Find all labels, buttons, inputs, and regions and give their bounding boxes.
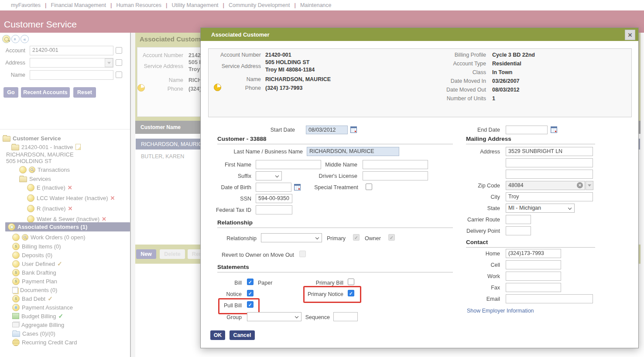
tree-documents[interactable]: Documents (0) bbox=[12, 286, 57, 294]
tree-budget-billing[interactable]: Budget Billing✓ bbox=[12, 312, 63, 320]
primary-notice-checkbox[interactable]: ✓ bbox=[348, 290, 354, 296]
address-line3-input[interactable] bbox=[506, 170, 593, 179]
tree-recurring-credit-card[interactable]: Recurring Credit Card bbox=[12, 338, 77, 346]
end-date-input[interactable] bbox=[506, 126, 548, 134]
state-select[interactable]: MI - Michigan bbox=[506, 204, 575, 213]
name-input[interactable] bbox=[30, 70, 113, 80]
history-icon[interactable] bbox=[214, 84, 221, 91]
recent-accounts-button[interactable]: Recent Accounts bbox=[21, 87, 70, 98]
go-button[interactable]: Go bbox=[3, 87, 18, 98]
address-line1-input[interactable]: 3529 SUNBRIGHT LN bbox=[506, 147, 593, 156]
calendar-icon[interactable] bbox=[551, 126, 557, 133]
tree-associated-customers[interactable]: Associated Customers (1) bbox=[5, 222, 130, 231]
email-input[interactable] bbox=[506, 294, 593, 303]
home-phone-input[interactable]: (324)173-7993 bbox=[506, 249, 561, 258]
tree-cases[interactable]: Cases (0)/(0) bbox=[12, 330, 55, 337]
inactive-x-icon: ✕ bbox=[68, 205, 72, 212]
aggregate-billing-icon bbox=[12, 322, 19, 327]
name-checkbox[interactable]: ✓ bbox=[116, 71, 122, 78]
tree-service-water-sewer[interactable]: Water & Sewer (Inactive)✕ bbox=[27, 215, 106, 223]
notice-checkbox[interactable]: ✓ bbox=[247, 290, 253, 296]
tree-aggregate-billing[interactable]: Aggregate Billing bbox=[12, 321, 64, 329]
tree-billing-items[interactable]: $Billing Items (0) bbox=[12, 242, 61, 250]
revert-to-owner-label: Revert to Owner on Move Out bbox=[222, 252, 296, 258]
delivery-point-input[interactable] bbox=[506, 226, 531, 235]
special-treatment-checkbox[interactable]: ✓ bbox=[366, 184, 372, 190]
tree-service-r[interactable]: R (Inactive)✕ bbox=[27, 204, 72, 212]
date-of-birth-input[interactable] bbox=[256, 183, 291, 192]
reset-button[interactable]: Reset bbox=[73, 87, 96, 98]
summary-name-value: RICHARDSON, MAURICE bbox=[265, 76, 331, 82]
tree-bad-debt[interactable]: $Bad Debt✓ bbox=[12, 295, 53, 303]
carrier-route-input[interactable] bbox=[506, 215, 531, 224]
tree-payment-assistance[interactable]: Payment Assistance bbox=[12, 303, 73, 311]
bill-checkbox[interactable]: ✓ bbox=[247, 279, 253, 285]
collapse-up-icon[interactable]: « bbox=[11, 35, 20, 43]
pull-bill-checkbox[interactable]: ✓ bbox=[247, 301, 253, 308]
payment-assistance-icon bbox=[12, 304, 20, 311]
work-phone-input[interactable] bbox=[506, 272, 561, 281]
ssn-input[interactable]: 594-00-9350 bbox=[256, 194, 292, 203]
tree-customer-service[interactable]: Customer Service bbox=[3, 134, 61, 142]
middle-name-input[interactable] bbox=[363, 160, 428, 169]
clear-icon[interactable]: ✕ bbox=[577, 182, 583, 188]
federal-tax-id-input[interactable] bbox=[256, 205, 292, 214]
work-label: Work bbox=[435, 273, 500, 279]
cell-phone-input[interactable] bbox=[506, 260, 561, 269]
tree-payment-plan[interactable]: $Payment Plan bbox=[12, 277, 57, 285]
panel-name-label: Name bbox=[140, 77, 183, 83]
dialog-title-bar[interactable]: Associated Customer bbox=[201, 28, 638, 41]
tree-user-defined[interactable]: User Defined✓ bbox=[12, 260, 62, 268]
federal-tax-id-label: Federal Tax ID bbox=[208, 207, 251, 213]
cancel-button[interactable]: Cancel bbox=[230, 330, 255, 340]
relationship-section-title: Relationship bbox=[217, 219, 253, 226]
drivers-license-label: Driver's License bbox=[292, 173, 357, 179]
suffix-select[interactable] bbox=[256, 171, 282, 180]
relationship-select[interactable] bbox=[261, 233, 322, 242]
city-input[interactable]: Troy bbox=[506, 192, 593, 201]
account-number-value: 21420-001 bbox=[265, 52, 291, 58]
work-orders-icon bbox=[12, 234, 20, 241]
owner-checkbox: ✓ bbox=[388, 234, 395, 241]
zip-dropdown-button[interactable] bbox=[586, 181, 593, 190]
magnifier-glyph bbox=[4, 37, 9, 41]
tree-deposits[interactable]: Deposits (0) bbox=[12, 251, 52, 259]
drivers-license-input[interactable] bbox=[363, 171, 428, 180]
date-moved-out-label: Date Moved Out bbox=[416, 87, 486, 93]
new-button[interactable]: New bbox=[136, 249, 156, 259]
close-icon[interactable]: ✕ bbox=[625, 30, 635, 40]
ok-button[interactable]: OK bbox=[210, 330, 225, 340]
account-checkbox[interactable]: ✓ bbox=[116, 47, 122, 54]
address-select[interactable] bbox=[30, 58, 113, 68]
tree-account[interactable]: 21420-001 - Inactive bbox=[11, 143, 81, 151]
show-employer-information-link[interactable]: Show Employer Information bbox=[467, 308, 534, 314]
last-name-input[interactable]: RICHARDSON, MAURICE bbox=[307, 147, 399, 156]
address-dropdown-button[interactable] bbox=[105, 58, 113, 67]
transactions-icon bbox=[19, 166, 27, 173]
sequence-input[interactable] bbox=[333, 312, 358, 321]
calendar-icon[interactable] bbox=[350, 126, 357, 133]
search-icon[interactable] bbox=[2, 35, 10, 43]
zip-code-input[interactable]: 48084 bbox=[506, 181, 585, 190]
tree-work-orders[interactable]: Work Orders (0 open) bbox=[12, 233, 85, 241]
address-line2-input[interactable] bbox=[506, 158, 593, 167]
history-icon[interactable] bbox=[137, 84, 145, 92]
start-date-input[interactable]: 08/03/2012 bbox=[306, 126, 348, 134]
panel-account-number-label: Account Number bbox=[140, 52, 183, 58]
delete-button[interactable]: Delete bbox=[160, 249, 185, 259]
account-input[interactable]: 21420-001 bbox=[30, 46, 113, 55]
class-label: Class bbox=[416, 69, 486, 75]
collapse-left-icon[interactable]: « bbox=[21, 35, 29, 43]
address-checkbox[interactable]: ✓ bbox=[116, 59, 122, 66]
primary-notice-label: Primary Notice bbox=[289, 291, 343, 297]
cases-icon bbox=[12, 331, 20, 337]
tree-transactions[interactable]: Transactions bbox=[19, 166, 70, 173]
tree-service-e[interactable]: E (Inactive)✕ bbox=[27, 184, 72, 191]
fax-input[interactable] bbox=[506, 283, 561, 292]
email-label: Email bbox=[435, 296, 500, 302]
sidebar-scrollbar[interactable] bbox=[131, 33, 135, 357]
primary-bill-checkbox[interactable]: ✓ bbox=[348, 279, 354, 285]
tree-service-lcc[interactable]: LCC Water Heater (Inactive)✕ bbox=[27, 194, 115, 202]
tree-services[interactable]: Services bbox=[19, 175, 51, 183]
tree-bank-drafting[interactable]: $Bank Drafting bbox=[12, 269, 56, 276]
